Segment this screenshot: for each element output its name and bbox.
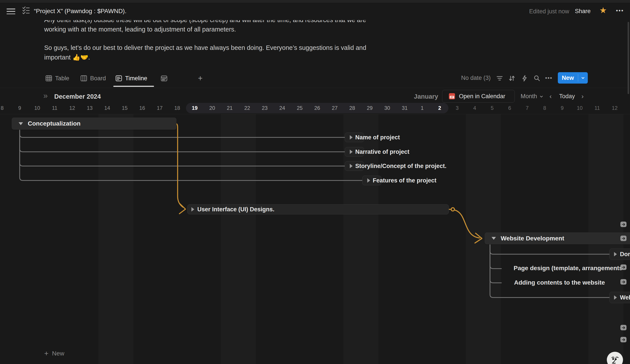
- task-bar-storyline-concept[interactable]: Storyline/Concept of the project.: [345, 161, 364, 171]
- date-cell[interactable]: 27: [326, 103, 344, 113]
- tab-calendar[interactable]: [161, 74, 167, 83]
- timeline-month-label: December 2024: [54, 93, 101, 100]
- expand-toggle-icon[interactable]: [192, 207, 194, 212]
- jump-to-bar-arrow-icon[interactable]: [620, 337, 626, 342]
- next-period-button[interactable]: ›: [582, 92, 584, 100]
- date-cell[interactable]: 4: [466, 103, 484, 113]
- task-label-adding-contents[interactable]: Adding contents to the website: [514, 279, 605, 286]
- date-cell[interactable]: 5: [484, 103, 501, 113]
- date-cell[interactable]: 31: [396, 103, 414, 113]
- date-cell[interactable]: 7: [518, 103, 536, 113]
- jump-to-bar-arrow-icon[interactable]: [620, 325, 626, 330]
- expand-toggle-icon[interactable]: [614, 252, 617, 256]
- jump-to-bar-arrow-icon[interactable]: [620, 279, 626, 284]
- weekend-column: [238, 114, 256, 364]
- date-cell[interactable]: 12: [64, 103, 81, 113]
- open-in-calendar-button[interactable]: 27 Open in Calendar: [442, 90, 515, 102]
- no-date-filter-chip[interactable]: No date (3): [461, 74, 491, 82]
- tabs-divider: [0, 88, 630, 88]
- more-options-icon[interactable]: •••: [616, 7, 624, 14]
- date-cell[interactable]: 23: [256, 103, 274, 113]
- automation-bolt-icon[interactable]: [520, 74, 528, 82]
- date-cell[interactable]: 1: [414, 103, 431, 113]
- doc-paragraph-line[interactable]: working with at the moment, leading to a…: [44, 25, 236, 34]
- doc-paragraph-line[interactable]: important 👍🤝.: [44, 53, 90, 62]
- date-cell[interactable]: 11: [588, 103, 606, 113]
- sort-icon[interactable]: [508, 74, 516, 82]
- date-cell[interactable]: 17: [151, 103, 168, 113]
- date-cell[interactable]: 8: [0, 103, 11, 113]
- favorite-star-icon[interactable]: ★: [600, 6, 607, 15]
- search-icon[interactable]: [533, 74, 541, 82]
- task-label-page-design[interactable]: Page design (template, arrangements: [514, 265, 622, 272]
- today-button[interactable]: Today: [559, 93, 575, 100]
- date-cell[interactable]: 26: [308, 103, 326, 113]
- task-bar-features-of-project[interactable]: Features of the project: [362, 176, 382, 185]
- jump-to-bar-arrow-icon[interactable]: [620, 222, 626, 227]
- filter-icon[interactable]: [496, 74, 504, 82]
- view-more-icon[interactable]: •••: [545, 74, 552, 82]
- expand-toggle-icon[interactable]: [350, 150, 352, 154]
- date-cell[interactable]: 6: [501, 103, 518, 113]
- edited-timestamp: Edited just now: [529, 8, 569, 15]
- tab-table[interactable]: Table: [46, 74, 69, 83]
- date-cell[interactable]: 9: [554, 103, 571, 113]
- date-cell[interactable]: 29: [361, 103, 378, 113]
- date-cell[interactable]: 25: [291, 103, 308, 113]
- task-bar-domain[interactable]: Dom: [610, 248, 630, 260]
- weekend-column: [221, 114, 238, 364]
- date-cell[interactable]: 18: [168, 103, 186, 113]
- add-view-button[interactable]: +: [198, 74, 202, 83]
- collapse-sidebar-icon[interactable]: »: [43, 92, 48, 100]
- date-cell[interactable]: 28: [344, 103, 361, 113]
- prev-period-button[interactable]: ‹: [550, 92, 552, 100]
- expand-toggle-icon[interactable]: [614, 295, 617, 300]
- date-cell[interactable]: 30: [378, 103, 396, 113]
- task-bar-name-of-project[interactable]: Name of project: [345, 132, 364, 142]
- date-cell[interactable]: 11: [46, 103, 64, 113]
- vertical-scrollbar[interactable]: [628, 22, 629, 94]
- weekend-column: [116, 114, 134, 364]
- zoom-level-select[interactable]: Month: [520, 93, 544, 100]
- date-cell[interactable]: 15: [116, 103, 134, 113]
- expand-toggle-icon[interactable]: [350, 135, 352, 140]
- tab-board[interactable]: Board: [80, 74, 106, 83]
- new-dropdown-chevron-icon[interactable]: [578, 76, 588, 80]
- expand-toggle-icon[interactable]: [367, 178, 370, 183]
- date-cell[interactable]: 16: [134, 103, 151, 113]
- date-cell[interactable]: 10: [28, 103, 46, 113]
- date-cell[interactable]: 24: [274, 103, 291, 113]
- date-cell[interactable]: 2: [431, 103, 448, 113]
- date-cell[interactable]: 21: [221, 103, 238, 113]
- date-cell[interactable]: 10: [571, 103, 588, 113]
- collapse-toggle-icon[interactable]: [492, 237, 496, 240]
- collapse-toggle-icon[interactable]: [18, 122, 23, 125]
- date-cell[interactable]: 12: [606, 103, 624, 113]
- date-cell[interactable]: 13: [81, 103, 98, 113]
- doc-paragraph-line[interactable]: So guys, let’s do our best to deliver th…: [44, 44, 366, 52]
- new-button[interactable]: New: [558, 72, 588, 84]
- hamburger-menu-icon[interactable]: [6, 8, 15, 15]
- group-bar-conceptualization[interactable]: Conceptualization: [12, 118, 176, 130]
- expand-toggle-icon[interactable]: [350, 164, 352, 168]
- date-cell[interactable]: 9: [11, 103, 28, 113]
- date-cell[interactable]: 20: [204, 103, 221, 113]
- table-icon: [46, 75, 52, 82]
- task-bar-narrative-of-project[interactable]: Narrative of project: [345, 147, 364, 156]
- date-cell[interactable]: 8: [536, 103, 554, 113]
- add-new-row-button[interactable]: + New: [44, 349, 64, 358]
- share-button[interactable]: Share: [575, 8, 590, 15]
- jump-to-bar-arrow-icon[interactable]: [620, 236, 626, 241]
- page-title[interactable]: “Project X” (Pawndog : $PAWND).: [34, 8, 126, 15]
- date-strip[interactable]: 8910111213141516171819202122232425262728…: [0, 103, 630, 113]
- task-bar-ui-designs[interactable]: User Interface (UI) Designs.: [187, 204, 449, 214]
- group-bar-website-development[interactable]: Website Development: [484, 232, 630, 244]
- date-cell[interactable]: 3: [448, 103, 466, 113]
- date-cell[interactable]: 22: [238, 103, 256, 113]
- date-cell[interactable]: 19: [186, 103, 204, 113]
- page-checklist-icon[interactable]: [22, 6, 30, 16]
- date-cell[interactable]: 14: [98, 103, 116, 113]
- jump-to-bar-arrow-icon[interactable]: [620, 264, 626, 270]
- task-bar-website[interactable]: Web: [610, 292, 630, 303]
- tab-timeline[interactable]: Timeline: [116, 74, 147, 83]
